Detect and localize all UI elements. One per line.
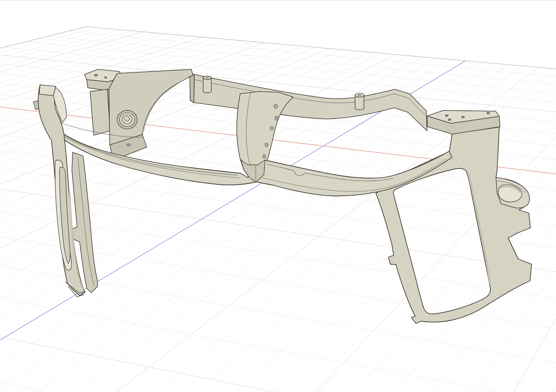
strap-hole-4[interactable] <box>265 143 268 147</box>
viewport-canvas[interactable] <box>0 0 556 392</box>
boss-highlight[interactable] <box>125 117 128 119</box>
strap-hole-3[interactable] <box>270 126 273 130</box>
back-rail-band[interactable] <box>194 74 427 131</box>
right-plate-hole-1[interactable] <box>445 115 448 117</box>
strap-hole-2[interactable] <box>275 116 278 120</box>
pin-right-hole[interactable] <box>358 94 361 96</box>
strap-hole-5[interactable] <box>263 155 266 158</box>
grid-boundary-line <box>0 27 86 249</box>
left-block-cap-hole-2[interactable] <box>105 77 107 78</box>
wedge-small-hole[interactable] <box>127 144 130 146</box>
right-plate-hole-3[interactable] <box>461 116 464 118</box>
pin-right-body[interactable] <box>355 96 364 110</box>
left-post-front-face[interactable] <box>90 89 110 135</box>
back-rail-endcap[interactable] <box>190 73 194 103</box>
left-horn-top-face[interactable] <box>39 85 56 96</box>
model-3d-body[interactable] <box>33 69 532 323</box>
right-plate-hole-2[interactable] <box>448 119 451 121</box>
right-plate-hole-4[interactable] <box>487 112 490 114</box>
left-block-cap-hole-1[interactable] <box>95 74 98 76</box>
cad-viewport-window[interactable] <box>0 0 556 392</box>
pin-left-body[interactable] <box>203 78 211 93</box>
pin-left-hole[interactable] <box>206 77 209 79</box>
strap-hole-1[interactable] <box>274 104 278 109</box>
left-plate-face[interactable] <box>109 69 193 145</box>
